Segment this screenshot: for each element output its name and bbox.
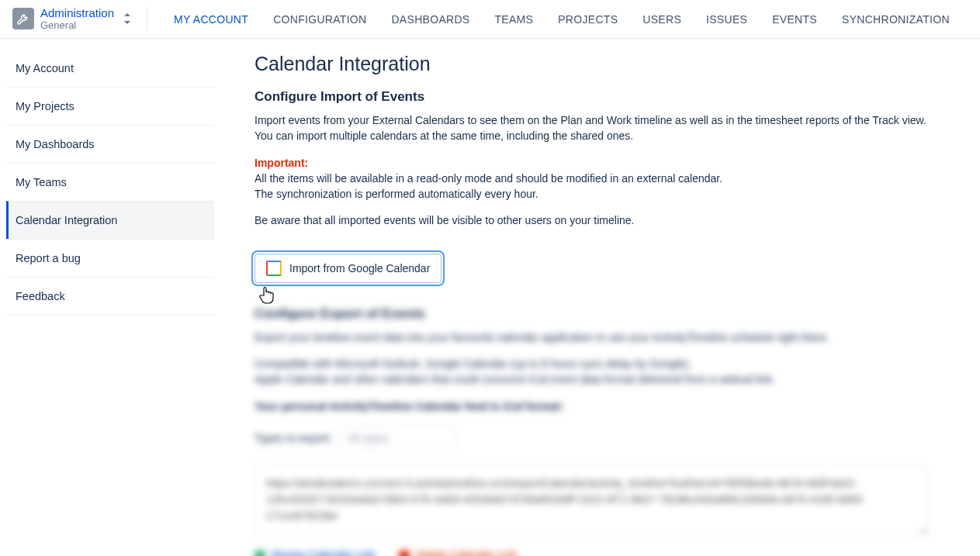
feed-url-textarea[interactable]: https://atvideodemo.connect-3.activityti… bbox=[255, 465, 928, 534]
tab-teams[interactable]: TEAMS bbox=[494, 2, 533, 36]
sidebar-item-report-bug[interactable]: Report a bug bbox=[6, 239, 214, 277]
wrench-icon bbox=[12, 8, 34, 29]
export-compat: Compatible with Microsoft Outlook, Googl… bbox=[255, 356, 928, 388]
important-label: Important: bbox=[255, 157, 308, 169]
workspace-title: Administration bbox=[40, 7, 114, 20]
tab-issues[interactable]: ISSUES bbox=[706, 2, 747, 36]
delete-calendar-link[interactable]: Delete Calendar Link bbox=[399, 548, 518, 556]
sidebar: My Account My Projects My Dashboards My … bbox=[0, 39, 214, 556]
main-content: Calendar Integration Configure Import of… bbox=[214, 39, 959, 556]
sidebar-item-my-projects[interactable]: My Projects bbox=[6, 87, 214, 125]
export-description: Export your timeline event data into you… bbox=[255, 330, 928, 345]
chevron-up-down-icon bbox=[123, 13, 131, 24]
export-feed-label: Your personal ActivityTimeline Calendar … bbox=[255, 399, 928, 414]
types-label: Types to export: bbox=[255, 432, 332, 444]
important-line-1: All the items will be available in a rea… bbox=[255, 172, 722, 185]
sidebar-item-calendar-integration[interactable]: Calendar Integration bbox=[6, 201, 214, 239]
sidebar-item-my-teams[interactable]: My Teams bbox=[6, 163, 214, 201]
tab-users[interactable]: USERS bbox=[642, 2, 681, 36]
tab-configuration[interactable]: CONFIGURATION bbox=[273, 2, 366, 36]
sidebar-item-feedback[interactable]: Feedback bbox=[6, 277, 214, 316]
important-line-2: The synchronization is performed automat… bbox=[255, 188, 538, 200]
import-description: Import events from your External Calenda… bbox=[255, 112, 928, 144]
tab-dashboards[interactable]: DASHBOARDS bbox=[391, 2, 469, 36]
important-block: Important: All the items will be availab… bbox=[255, 155, 928, 202]
page-title: Calendar Integration bbox=[255, 53, 928, 75]
import-button-label: Import from Google Calendar bbox=[289, 262, 430, 275]
tab-projects[interactable]: PROJECTS bbox=[558, 2, 618, 36]
import-google-calendar-button[interactable]: Import from Google Calendar bbox=[255, 254, 442, 283]
export-section-blurred: Configure Export of Events Export your t… bbox=[255, 306, 928, 556]
tab-my-account[interactable]: MY ACCOUNT bbox=[174, 2, 248, 36]
topnav-tabs: MY ACCOUNT CONFIGURATION DASHBOARDS TEAM… bbox=[174, 2, 950, 36]
import-heading: Configure Import of Events bbox=[255, 89, 928, 105]
types-row: Types to export: All types bbox=[255, 425, 928, 451]
types-select[interactable]: All types bbox=[340, 425, 456, 451]
workspace-selector[interactable]: Administration General bbox=[12, 7, 147, 31]
visibility-notice: Be aware that all imported events will b… bbox=[255, 212, 928, 228]
renew-calendar-link[interactable]: Renew Calendar Link bbox=[255, 548, 376, 556]
tab-events[interactable]: EVENTS bbox=[772, 2, 817, 36]
sidebar-item-my-account[interactable]: My Account bbox=[6, 50, 214, 87]
google-calendar-icon bbox=[266, 261, 282, 276]
export-heading: Configure Export of Events bbox=[255, 306, 928, 322]
sidebar-item-my-dashboards[interactable]: My Dashboards bbox=[6, 125, 214, 163]
tab-synchronization[interactable]: SYNCHRONIZATION bbox=[842, 2, 950, 36]
workspace-subtitle: General bbox=[40, 20, 114, 31]
topnav: Administration General MY ACCOUNT CONFIG… bbox=[0, 0, 980, 39]
